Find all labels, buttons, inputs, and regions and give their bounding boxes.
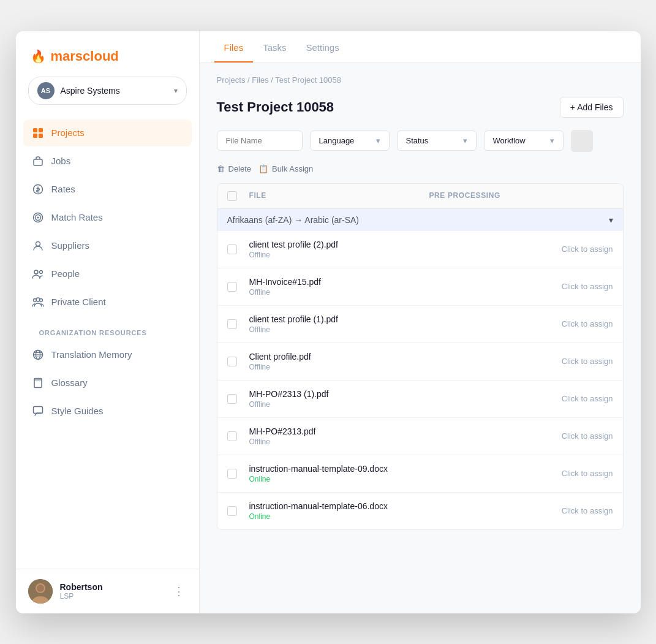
more-options-button[interactable]: ⋮ xyxy=(171,582,187,600)
file-name-filter[interactable] xyxy=(217,131,303,151)
sidebar-item-label: Projects xyxy=(51,127,85,138)
workflow-filter[interactable]: Workflow ▾ xyxy=(484,131,564,151)
file-status: Online xyxy=(249,475,429,483)
file-name: MH-PO#2313.pdf xyxy=(249,426,429,436)
top-tabs: Files Tasks Settings xyxy=(200,31,641,63)
file-name: MH-Invoice#15.pdf xyxy=(249,277,429,287)
click-to-assign-7[interactable]: Click to assign xyxy=(429,506,613,515)
file-status: Offline xyxy=(249,251,429,259)
file-status: Offline xyxy=(249,288,429,297)
sidebar-item-label: Jobs xyxy=(51,156,71,166)
sidebar-item-label: Style Guides xyxy=(51,406,104,416)
file-status: Offline xyxy=(249,325,429,334)
trash-icon: 🗑 xyxy=(217,164,225,173)
file-checkbox-5[interactable] xyxy=(227,431,237,441)
file-info-5: MH-PO#2313.pdf Offline xyxy=(249,426,429,446)
sidebar-footer: Robertson LSP ⋮ xyxy=(16,569,199,613)
tab-files[interactable]: Files xyxy=(214,31,254,63)
file-checkbox-6[interactable] xyxy=(227,469,237,479)
bulk-assign-button[interactable]: 📋 Bulk Assign xyxy=(258,162,313,176)
file-table: FILE PRE PROCESSING Afrikaans (af-ZA) → … xyxy=(217,183,624,530)
file-checkbox-4[interactable] xyxy=(227,394,237,404)
click-to-assign-3[interactable]: Click to assign xyxy=(429,357,613,366)
file-name: MH-PO#2313 (1).pdf xyxy=(249,389,429,399)
click-to-assign-1[interactable]: Click to assign xyxy=(429,282,613,291)
sidebar-item-projects[interactable]: Projects xyxy=(23,119,192,146)
delete-button[interactable]: 🗑 Delete xyxy=(217,162,252,176)
filter-action-button[interactable] xyxy=(571,130,593,152)
delete-label: Delete xyxy=(228,164,252,173)
svg-rect-19 xyxy=(33,406,42,413)
table-row: instruction-manual-template-09.docx Onli… xyxy=(217,455,623,493)
language-group-label: Afrikaans (af-ZA) → Arabic (ar-SA) xyxy=(227,215,360,225)
select-all-checkbox[interactable] xyxy=(227,191,237,201)
org-resources-label: ORGANIZATION RESOURCES xyxy=(23,317,192,341)
sidebar-item-label: Glossary xyxy=(51,377,88,388)
org-selector[interactable]: AS Aspire Systems ▾ xyxy=(28,77,187,105)
bulk-assign-label: Bulk Assign xyxy=(272,164,313,173)
people-group-icon xyxy=(32,296,44,308)
main-content: Files Tasks Settings Projects / Files / … xyxy=(200,31,641,613)
user-info: Robertson LSP xyxy=(60,582,164,600)
sidebar-item-match-rates[interactable]: Match Rates xyxy=(23,204,192,231)
click-to-assign-4[interactable]: Click to assign xyxy=(429,394,613,403)
sidebar-item-private-client[interactable]: Private Client xyxy=(23,289,192,316)
file-status: Offline xyxy=(249,363,429,371)
table-row: Client profile.pdf Offline Click to assi… xyxy=(217,343,623,381)
table-row: client test profile (2).pdf Offline Clic… xyxy=(217,231,623,268)
breadcrumb: Projects / Files / Test Project 10058 xyxy=(217,75,624,85)
action-row: 🗑 Delete 📋 Bulk Assign xyxy=(217,162,624,176)
sidebar-item-style-guides[interactable]: Style Guides xyxy=(23,398,192,425)
status-filter[interactable]: Status ▾ xyxy=(397,131,477,151)
page-title: Test Project 10058 xyxy=(217,99,334,115)
grid-icon xyxy=(32,127,44,139)
file-status: Offline xyxy=(249,400,429,409)
add-files-button[interactable]: + Add Files xyxy=(560,97,624,118)
click-to-assign-5[interactable]: Click to assign xyxy=(429,431,613,441)
person-icon xyxy=(32,240,44,252)
sidebar-item-label: Match Rates xyxy=(51,212,103,222)
file-info-6: instruction-manual-template-09.docx Onli… xyxy=(249,464,429,483)
project-header: Test Project 10058 + Add Files xyxy=(217,97,624,118)
svg-point-10 xyxy=(34,270,38,274)
file-status: Offline xyxy=(249,438,429,446)
sidebar-item-label: Private Client xyxy=(51,297,106,307)
tab-settings[interactable]: Settings xyxy=(296,31,349,63)
svg-rect-18 xyxy=(34,378,35,387)
sidebar-item-rates[interactable]: Rates xyxy=(23,176,192,203)
sidebar: 🔥 marscloud AS Aspire Systems ▾ xyxy=(16,31,200,613)
sidebar-item-translation-memory[interactable]: Translation Memory xyxy=(23,341,192,368)
avatar xyxy=(28,579,53,604)
click-to-assign-2[interactable]: Click to assign xyxy=(429,319,613,328)
click-to-assign-6[interactable]: Click to assign xyxy=(429,469,613,478)
file-checkbox-1[interactable] xyxy=(227,282,237,292)
file-checkbox-7[interactable] xyxy=(227,506,237,516)
language-filter[interactable]: Language ▾ xyxy=(310,131,390,151)
status-filter-label: Status xyxy=(406,136,429,145)
language-group-header[interactable]: Afrikaans (af-ZA) → Arabic (ar-SA) ▾ xyxy=(217,209,623,231)
file-checkbox-0[interactable] xyxy=(227,244,237,254)
svg-rect-4 xyxy=(34,159,42,165)
svg-rect-2 xyxy=(33,134,37,138)
sidebar-item-jobs[interactable]: Jobs xyxy=(23,148,192,175)
file-checkbox-2[interactable] xyxy=(227,319,237,329)
sidebar-item-suppliers[interactable]: Suppliers xyxy=(23,232,192,259)
content-area: Projects / Files / Test Project 10058 Te… xyxy=(200,63,641,613)
tab-tasks[interactable]: Tasks xyxy=(253,31,296,63)
file-checkbox-3[interactable] xyxy=(227,357,237,366)
svg-rect-3 xyxy=(39,134,43,138)
click-to-assign-0[interactable]: Click to assign xyxy=(429,244,613,254)
logo-prefix: mars xyxy=(51,48,83,64)
file-name: client test profile (1).pdf xyxy=(249,314,429,324)
sidebar-item-glossary[interactable]: Glossary xyxy=(23,369,192,396)
dollar-icon xyxy=(32,183,44,195)
file-status: Online xyxy=(249,512,429,521)
filter-row: Language ▾ Status ▾ Workflow ▾ xyxy=(217,130,624,152)
sidebar-item-label: Translation Memory xyxy=(51,349,132,360)
chevron-down-icon: ▾ xyxy=(463,136,467,145)
globe-icon xyxy=(32,349,44,361)
sidebar-item-people[interactable]: People xyxy=(23,260,192,287)
file-name: instruction-manual-template-09.docx xyxy=(249,464,429,474)
logo: 🔥 marscloud xyxy=(16,31,199,77)
svg-point-9 xyxy=(36,241,40,246)
